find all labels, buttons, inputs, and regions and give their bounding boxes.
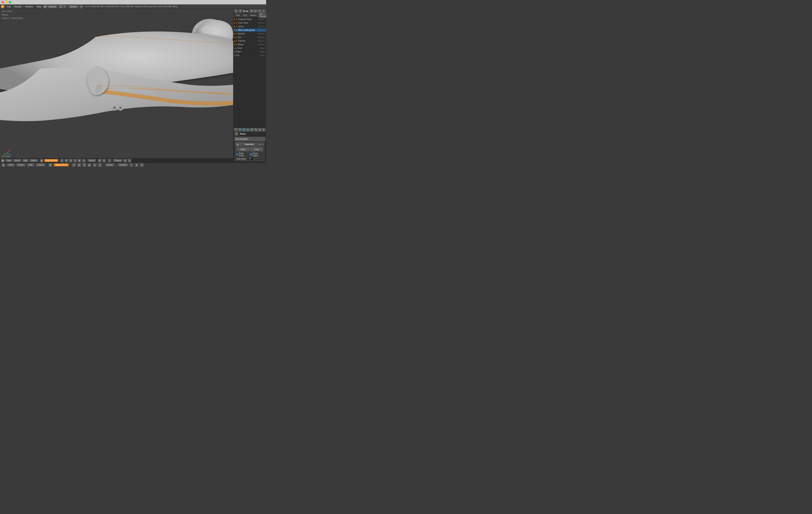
sharp-edges-checkbox[interactable]: ✓ <box>250 154 252 155</box>
vis-icon-close[interactable]: × <box>264 29 265 31</box>
outliner-item-outer-slats[interactable]: ▶ ▼ Outer Slats 👁 ◎ ✦ × <box>233 21 266 25</box>
vis-icon-render[interactable]: ✦ <box>262 33 264 35</box>
menu-window[interactable]: Window <box>24 5 35 8</box>
object-mode-status[interactable]: Object Mode <box>54 163 69 166</box>
scene-selector[interactable]: Scene <box>68 5 78 8</box>
pivot-icon[interactable]: ⊕ <box>60 159 64 162</box>
outliner-item-right[interactable]: ◉ Right 👁 ◎ × <box>233 50 266 54</box>
prop-icon-scene[interactable]: 🎬 <box>234 128 238 132</box>
outliner-item-outboard-flaps[interactable]: ▶ ▼ Outboard Flaps 👁 ◎ ✦ × <box>233 18 266 21</box>
outliner-item-tail[interactable]: ▶ ▼ Tail 👁 ◎ ✦ × <box>233 35 266 39</box>
modifier-vis-icon[interactable]: ◉ <box>236 143 239 146</box>
panel-icon2[interactable]: ✦ <box>238 9 242 13</box>
vis-icon-close[interactable]: × <box>264 44 265 46</box>
vis-icon-cam[interactable]: ◎ <box>262 51 264 53</box>
outliner-item-wings[interactable]: ▶ ▼ Wings 👁 ◎ ✦ × <box>233 43 266 46</box>
sharp-edges-checkbox-label[interactable]: ✓ Sharp Edges <box>250 152 263 157</box>
menu-help[interactable]: Help <box>35 5 43 8</box>
vis-icon-render[interactable]: ✦ <box>262 29 264 31</box>
prop-icon-data[interactable]: ▲ <box>258 128 262 132</box>
outliner-tab-allscenes[interactable]: All Scenes <box>259 13 266 18</box>
grid-icon-status[interactable]: ⊞ <box>77 163 81 167</box>
grid2-icon-status[interactable]: ⊟ <box>83 163 86 167</box>
render2-icon[interactable]: ◫ <box>128 159 131 162</box>
shading-icon[interactable]: ● <box>82 159 86 162</box>
closest-btn[interactable]: Closest <box>113 159 122 162</box>
prop-icon-constraint[interactable]: 🔗 <box>250 128 254 132</box>
outliner-item-top[interactable]: ◉ Top 👁 ◎ × <box>233 54 266 57</box>
status-icon-left[interactable]: ◉ <box>2 163 5 167</box>
view3-icon[interactable]: ⊡ <box>73 159 77 162</box>
render-toggle-btn[interactable]: ✦ <box>258 9 261 13</box>
menu-file[interactable]: File <box>6 5 12 8</box>
view-btn[interactable]: 👁 <box>250 9 253 13</box>
prop-icon-obj[interactable]: ◻ <box>246 128 250 132</box>
close-button[interactable] <box>2 1 4 3</box>
edge-angle-checkbox[interactable]: ✓ <box>236 154 238 155</box>
modifier-cam-icon[interactable]: ⬛ <box>240 143 244 146</box>
engine-icon[interactable]: ● <box>80 5 83 8</box>
add-btn-status[interactable]: Add <box>27 163 34 166</box>
status-extra2[interactable]: ◫ <box>140 163 144 167</box>
vis-icon-cam[interactable]: ◎ <box>260 40 262 42</box>
add-menu[interactable]: Add <box>22 159 29 162</box>
global-btn[interactable]: Global <box>88 159 96 162</box>
pivot-status[interactable]: Closest <box>118 163 128 166</box>
vis-icon-eye[interactable]: 👁 <box>258 26 260 28</box>
viewport-3d[interactable]: User Ortho Meters SStatus: UNDEFINED (11… <box>0 9 233 163</box>
outliner-tab-search[interactable]: Search <box>249 14 258 17</box>
vis-icon-render[interactable]: ✦ <box>262 22 264 24</box>
edge-angle-checkbox-label[interactable]: ✓ Edge Angle <box>236 152 249 157</box>
outliner-item-rear-landing-gear[interactable]: ▶ ▼ Rear Landing Gear 👁 ◎ ✦ × <box>233 28 266 32</box>
grid2-icon[interactable]: ⊟ <box>102 159 106 162</box>
modifier-close[interactable]: × <box>263 143 264 145</box>
view-btn-status[interactable]: View <box>7 163 15 166</box>
vis-icon-close[interactable]: × <box>264 54 265 56</box>
overlay-icon[interactable]: ◐ <box>78 159 81 162</box>
workspace-icon[interactable]: ▦ <box>43 5 47 8</box>
prop-icon-modifier[interactable]: 🔧 <box>254 128 258 132</box>
vis-icon-eye[interactable]: 👁 <box>258 44 260 46</box>
vis-icon-cam[interactable]: ◎ <box>262 54 264 56</box>
object-btn-status[interactable]: Object <box>36 163 45 166</box>
vis-icon-cam[interactable]: ◎ <box>260 33 262 35</box>
prop-icon-world[interactable]: 🌐 <box>242 128 246 132</box>
object-menu[interactable]: Object <box>29 159 38 162</box>
vis-icon-eye[interactable]: 👁 <box>258 22 260 24</box>
workspace-selector[interactable]: Default <box>47 5 58 8</box>
modifier-move-dn[interactable]: ▼ <box>260 143 262 145</box>
status-extra1[interactable]: ◈ <box>135 163 139 167</box>
pivot-icon-status[interactable]: ⊕ <box>72 163 76 167</box>
shading2-icon-status[interactable]: ◈ <box>93 163 96 167</box>
copy-button[interactable]: Copy <box>250 147 263 151</box>
prop-icon-render[interactable]: 📷 <box>238 128 242 132</box>
view-menu[interactable]: View <box>5 159 12 162</box>
apply-button[interactable]: Apply <box>236 147 249 151</box>
vis-icon-cam[interactable]: ◎ <box>260 29 262 31</box>
snap-icon[interactable]: ⊞ <box>64 159 68 162</box>
vis-icon-eye[interactable]: 👁 <box>260 51 262 53</box>
grid-icon[interactable]: ⊞ <box>98 159 102 162</box>
snap2-icon[interactable]: ⊟ <box>69 159 72 162</box>
prop-icon-material[interactable]: ● <box>262 128 265 132</box>
shading3-icon-status[interactable]: ◫ <box>98 163 102 167</box>
global-status[interactable]: Global <box>105 163 115 166</box>
select-btn-status[interactable]: Select <box>17 163 26 166</box>
select-menu[interactable]: Select <box>13 159 22 162</box>
overlay-icon-status[interactable]: ◐ <box>88 163 91 167</box>
vis-icon-close[interactable]: × <box>264 51 265 53</box>
outliner-tab-sort[interactable]: Sort <box>242 14 248 17</box>
vis-icon-cam[interactable]: ◎ <box>260 22 262 24</box>
object-mode-btn[interactable]: Object Mode <box>44 159 58 162</box>
vis-icon-render[interactable]: ✦ <box>262 26 264 28</box>
vis-icon-eye[interactable]: 👁 <box>260 47 262 49</box>
vis-icon-render[interactable]: ✦ <box>262 36 264 38</box>
vis-icon-eye[interactable]: 👁 <box>258 19 260 20</box>
viewport-mode-icon[interactable]: ▣ <box>1 159 4 162</box>
vis-icon-cam[interactable]: ◎ <box>260 26 262 28</box>
vis-icon-cam[interactable]: ◎ <box>262 47 264 49</box>
vis-icon-render[interactable]: ✦ <box>262 40 264 42</box>
outliner-tab-view[interactable]: View <box>235 14 241 17</box>
minimize-button[interactable] <box>5 1 8 3</box>
close-panel-btn[interactable]: × <box>262 9 265 13</box>
